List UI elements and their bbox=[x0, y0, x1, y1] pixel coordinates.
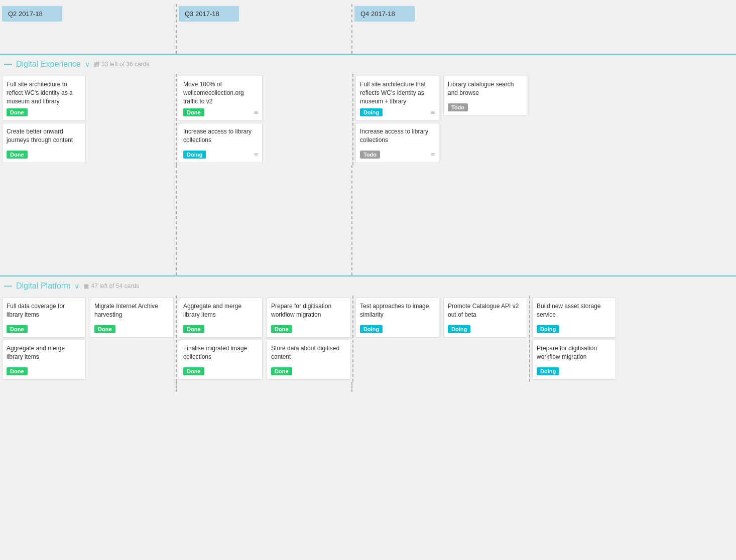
card-footer: Doing bbox=[537, 325, 611, 333]
card-title: Full site architecture to reflect WC's i… bbox=[7, 80, 81, 108]
de-chevron[interactable]: ∨ bbox=[85, 60, 90, 68]
section-dp-header: — Digital Platform ∨ ▦ 47 left of 54 car… bbox=[0, 275, 736, 296]
status-badge: Done bbox=[7, 325, 28, 333]
dp-q1-col2: Migrate Internet Archive harvesting Done bbox=[88, 296, 176, 382]
card-menu-icon[interactable]: ≡ bbox=[254, 151, 258, 159]
status-badge: Done bbox=[7, 151, 28, 159]
status-badge: Done bbox=[271, 367, 292, 375]
status-badge: Done bbox=[94, 325, 115, 333]
status-badge: Done bbox=[183, 325, 204, 333]
dp-q3-col1: Test approaches to image similarity Doin… bbox=[353, 296, 441, 382]
de-dash: — bbox=[4, 60, 12, 69]
q3-header: Q4 2017-18 bbox=[354, 6, 415, 22]
card-title: Build new asset storage service bbox=[537, 302, 611, 325]
card-de-q3-col2-c1[interactable]: Library catalogue search and browse Todo bbox=[443, 76, 527, 116]
card-footer: Todo ≡ bbox=[360, 151, 435, 159]
card-footer: Done bbox=[7, 367, 81, 375]
de-cards-row: Full site architecture to reflect WC's i… bbox=[0, 74, 736, 165]
dp-title: Digital Platform bbox=[16, 282, 70, 291]
card-footer: Doing ≡ bbox=[183, 151, 258, 159]
card-footer: Doing bbox=[537, 367, 611, 375]
dp-q1-cols: Full data coverage for library items Don… bbox=[0, 296, 176, 382]
board: Q2 2017-18 Q3 2017-18 Q4 2017-18 — Digit… bbox=[0, 0, 736, 560]
de-q1-col2 bbox=[88, 74, 176, 165]
de-title: Digital Experience bbox=[16, 60, 81, 69]
section-de-header: — Digital Experience ∨ ▦ 33 left of 36 c… bbox=[0, 54, 736, 74]
status-badge: Done bbox=[183, 367, 204, 375]
card-title: Full site architecture that reflects WC'… bbox=[360, 80, 435, 108]
card-footer: Todo bbox=[448, 103, 523, 111]
section-digital-experience: — Digital Experience ∨ ▦ 33 left of 36 c… bbox=[0, 54, 736, 275]
card-dp-q1-r2-c1[interactable]: Aggregate and merge library items Done bbox=[2, 340, 86, 380]
card-de-q1-c2[interactable]: Create better onward journeys through co… bbox=[2, 123, 86, 163]
dp-chevron[interactable]: ∨ bbox=[74, 282, 79, 290]
card-dp-q4-c2[interactable]: Prepare for digitisation workflow migrat… bbox=[532, 340, 616, 380]
card-title: Library catalogue search and browse bbox=[448, 80, 523, 103]
de-q2-cols: Move 100% of wellcomecollection.org traf… bbox=[176, 74, 352, 165]
card-dp-q1-r1-c1[interactable]: Full data coverage for library items Don… bbox=[2, 298, 86, 338]
card-dp-q4-c1[interactable]: Build new asset storage service Doing bbox=[532, 298, 616, 338]
status-badge: Doing bbox=[448, 325, 470, 333]
card-title: Promote Catalogue API v2 out of beta bbox=[448, 302, 523, 325]
dp-q3-cols: Test approaches to image similarity Doin… bbox=[352, 296, 529, 382]
card-de-q3-c1[interactable]: Full site architecture that reflects WC'… bbox=[355, 76, 439, 121]
dp-q1-col1: Full data coverage for library items Don… bbox=[0, 296, 88, 382]
card-dp-q2-r1-c1[interactable]: Aggregate and merge library items Done bbox=[179, 298, 263, 338]
card-menu-icon[interactable]: ≡ bbox=[254, 108, 258, 116]
card-de-q3-c2[interactable]: Increase access to library collections T… bbox=[355, 123, 439, 163]
card-title: Finalise migrated image collections bbox=[183, 344, 258, 367]
dp-dash: — bbox=[4, 282, 12, 291]
card-footer: Done bbox=[7, 325, 81, 333]
dp-remainder bbox=[635, 296, 736, 382]
section-digital-platform: — Digital Platform ∨ ▦ 47 left of 54 car… bbox=[0, 275, 736, 392]
status-badge: Done bbox=[271, 325, 292, 333]
de-q1-col1: Full site architecture to reflect WC's i… bbox=[0, 74, 88, 165]
card-footer: Done ≡ bbox=[183, 108, 258, 116]
dp-q4-cols: Build new asset storage service Doing Pr… bbox=[529, 296, 635, 382]
chart-icon-dp: ▦ bbox=[83, 283, 89, 290]
dp-q2-col2: Prepare for digitisation workflow migrat… bbox=[265, 296, 352, 382]
status-badge: Doing bbox=[183, 151, 206, 159]
de-q3-col1: Full site architecture that reflects WC'… bbox=[353, 74, 441, 165]
card-menu-icon[interactable]: ≡ bbox=[431, 151, 435, 159]
de-q3-cols: Full site architecture that reflects WC'… bbox=[352, 74, 529, 165]
card-dp-q3-col2-c1[interactable]: Promote Catalogue API v2 out of beta Doi… bbox=[443, 298, 527, 338]
card-de-q2-c2[interactable]: Increase access to library collections D… bbox=[179, 123, 263, 163]
status-badge: Doing bbox=[537, 325, 559, 333]
de-count: ▦ 33 left of 36 cards bbox=[94, 61, 149, 68]
status-badge: Doing bbox=[360, 108, 383, 116]
dp-q2-cols: Aggregate and merge library items Done F… bbox=[176, 296, 352, 382]
dp-cards-row1: Full data coverage for library items Don… bbox=[0, 296, 736, 382]
quarter-headers-row: Q2 2017-18 Q3 2017-18 Q4 2017-18 bbox=[0, 0, 736, 54]
card-footer: Done bbox=[7, 108, 81, 116]
card-title: Test approaches to image similarity bbox=[360, 302, 435, 325]
status-badge: Doing bbox=[360, 325, 383, 333]
card-dp-q2-r2-c1[interactable]: Finalise migrated image collections Done bbox=[179, 340, 263, 380]
card-title: Migrate Internet Archive harvesting bbox=[94, 302, 169, 325]
card-footer: Doing bbox=[360, 325, 435, 333]
card-dp-q3-c1[interactable]: Test approaches to image similarity Doin… bbox=[355, 298, 439, 338]
q3-header-area: Q4 2017-18 bbox=[351, 4, 527, 54]
card-de-q2-c1[interactable]: Move 100% of wellcomecollection.org traf… bbox=[179, 76, 263, 121]
card-title: Aggregate and merge library items bbox=[183, 302, 258, 325]
dp-count: ▦ 47 left of 54 cards bbox=[83, 283, 139, 290]
status-badge: Todo bbox=[448, 103, 468, 111]
q2-header: Q3 2017-18 bbox=[179, 6, 239, 22]
status-badge: Done bbox=[7, 108, 28, 116]
card-title: Increase access to library collections bbox=[183, 127, 258, 151]
card-de-q1-c1[interactable]: Full site architecture to reflect WC's i… bbox=[2, 76, 86, 121]
card-menu-icon[interactable]: ≡ bbox=[431, 108, 435, 116]
card-footer: Done bbox=[7, 151, 81, 159]
card-title: Prepare for digitisation workflow migrat… bbox=[537, 344, 611, 367]
card-dp-q2-col2-r2[interactable]: Store data about digitised content Done bbox=[267, 340, 350, 380]
q2-header-area: Q3 2017-18 bbox=[176, 4, 351, 54]
card-dp-q1-col2-c1[interactable]: Migrate Internet Archive harvesting Done bbox=[90, 298, 174, 338]
de-empty-space bbox=[0, 165, 736, 275]
card-footer: Doing ≡ bbox=[360, 108, 435, 116]
card-title: Full data coverage for library items bbox=[7, 302, 81, 325]
chart-icon-de: ▦ bbox=[94, 61, 99, 68]
card-footer: Doing bbox=[448, 325, 523, 333]
card-title: Store data about digitised content bbox=[271, 344, 346, 367]
de-q1-cols: Full site architecture to reflect WC's i… bbox=[0, 74, 176, 165]
card-dp-q2-col2-r1[interactable]: Prepare for digitisation workflow migrat… bbox=[267, 298, 350, 338]
